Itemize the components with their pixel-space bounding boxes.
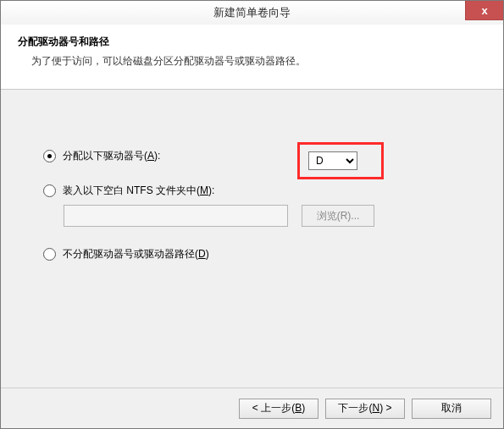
option-no-assign[interactable]: 不分配驱动器号或驱动器路径(D) <box>43 247 478 261</box>
close-icon: x <box>481 4 487 17</box>
cancel-button[interactable]: 取消 <box>412 399 491 419</box>
drive-letter-select[interactable]: D <box>308 151 357 170</box>
wizard-body: D 分配以下驱动器号(A): 装入以下空白 NTFS 文件夹中(M): <box>1 90 503 261</box>
option-mount-folder[interactable]: 装入以下空白 NTFS 文件夹中(M): <box>43 184 478 198</box>
highlight-box: D <box>297 142 384 179</box>
browse-button: 浏览(R)... <box>302 205 374 227</box>
content-area: 分配驱动器号和路径 为了便于访问，可以给磁盘分区分配驱动器号或驱动器路径。 D … <box>1 25 503 388</box>
option-assign-letter-label: 分配以下驱动器号(A): <box>63 149 160 163</box>
next-button[interactable]: 下一步(N) > <box>325 399 405 419</box>
wizard-window: 新建简单卷向导 x 分配驱动器号和路径 为了便于访问，可以给磁盘分区分配驱动器号… <box>0 0 504 429</box>
back-button[interactable]: < 上一步(B) <box>239 399 318 419</box>
mount-folder-input <box>64 205 288 227</box>
option-assign-letter[interactable]: 分配以下驱动器号(A): <box>43 149 478 163</box>
radio-dot-icon <box>47 154 52 158</box>
option-mount-folder-label: 装入以下空白 NTFS 文件夹中(M): <box>63 184 214 198</box>
radio-assign-letter[interactable] <box>43 150 56 162</box>
close-button[interactable]: x <box>465 1 503 20</box>
page-heading: 分配驱动器号和路径 <box>18 35 486 49</box>
option-no-assign-label: 不分配驱动器号或驱动器路径(D) <box>63 247 209 261</box>
titlebar: 新建简单卷向导 x <box>1 1 503 25</box>
drive-letter-area: D <box>297 142 384 179</box>
mount-folder-controls: 浏览(R)... <box>64 205 478 227</box>
wizard-header: 分配驱动器号和路径 为了便于访问，可以给磁盘分区分配驱动器号或驱动器路径。 <box>1 25 503 90</box>
radio-mount-folder[interactable] <box>43 184 56 197</box>
window-title: 新建简单卷向导 <box>1 1 503 25</box>
page-subheading: 为了便于访问，可以给磁盘分区分配驱动器号或驱动器路径。 <box>18 54 486 69</box>
wizard-footer: < 上一步(B) 下一步(N) > 取消 <box>1 388 503 428</box>
radio-no-assign[interactable] <box>43 248 56 261</box>
